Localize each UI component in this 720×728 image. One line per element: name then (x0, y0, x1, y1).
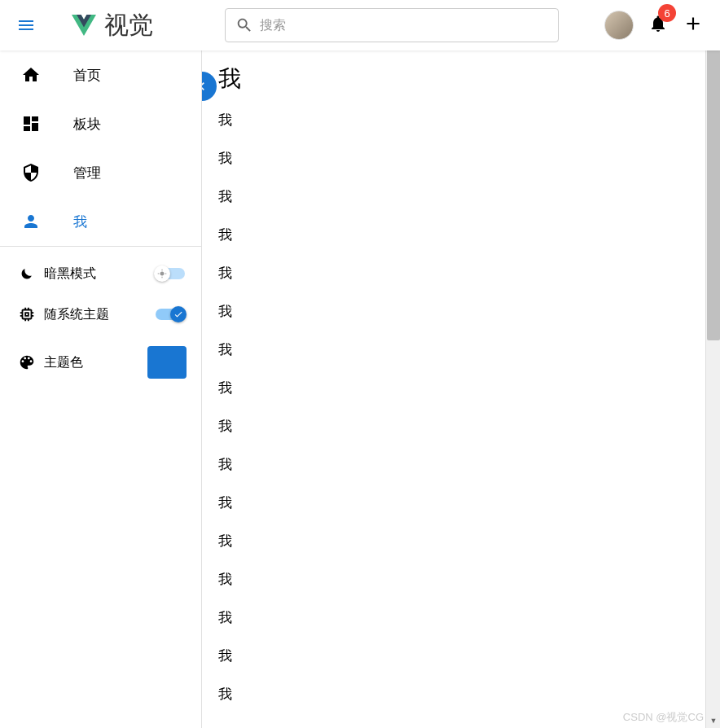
scrollbar-thumb[interactable] (707, 15, 720, 340)
sidebar-item-label: 首页 (73, 66, 101, 85)
list-item: 我 (218, 637, 720, 675)
sidebar-item-label: 板块 (73, 115, 101, 134)
list-item: 我 (218, 369, 720, 407)
plus-icon (683, 13, 704, 34)
list-item: 我 (218, 331, 720, 369)
palette-icon (18, 353, 36, 371)
theme-color-picker[interactable] (147, 346, 187, 379)
home-icon (21, 65, 41, 85)
list-item: 我 (218, 560, 720, 599)
list-item: 我 (218, 101, 720, 139)
body: 首页 板块 管理 我 暗黑模式 (0, 50, 720, 728)
person-icon (21, 212, 41, 231)
sidebar-item-boards[interactable]: 板块 (0, 99, 201, 148)
app-title: 视觉 (104, 9, 153, 42)
shield-icon (21, 163, 41, 182)
chevron-left-icon (202, 78, 210, 94)
search-input[interactable] (260, 18, 548, 33)
list-item: 我 (218, 522, 720, 560)
menu-button[interactable] (10, 9, 42, 42)
list-item: 我 (218, 675, 720, 713)
header-actions: 6 (604, 11, 710, 40)
dashboard-icon (21, 114, 41, 134)
list-item: 我 (218, 216, 720, 254)
list-item: 我 (218, 445, 720, 484)
vue-logo-icon (72, 13, 96, 37)
sidebar-item-home[interactable]: 首页 (0, 50, 201, 99)
sidebar-item-label: 我 (73, 213, 87, 231)
follow-system-toggle[interactable] (154, 305, 187, 323)
watermark: CSDN @视觉CG (623, 710, 704, 725)
check-icon (173, 309, 183, 319)
search-icon (235, 16, 253, 34)
page-title: 我 (218, 64, 720, 94)
hamburger-icon (16, 15, 36, 35)
main-content: 我 我我我我我我我我我我我我我我我我 (202, 50, 720, 728)
list-item: 我 (218, 407, 720, 445)
setting-label: 主题色 (44, 354, 139, 371)
list-item: 我 (218, 178, 720, 216)
setting-dark-mode: 暗黑模式 (0, 253, 201, 294)
notifications-button[interactable]: 6 (648, 14, 668, 37)
list-item: 我 (218, 139, 720, 178)
sun-icon (157, 269, 167, 278)
sidebar-item-me[interactable]: 我 (0, 197, 201, 246)
moon-icon (18, 265, 36, 283)
app-logo: 视觉 (72, 9, 153, 42)
sidebar-settings: 暗黑模式 随系统主题 (0, 247, 201, 390)
setting-follow-system: 随系统主题 (0, 294, 201, 335)
dark-mode-toggle[interactable] (154, 265, 187, 283)
collapse-sidebar-button[interactable] (202, 72, 217, 101)
list-item: 我 (218, 484, 720, 522)
setting-label: 暗黑模式 (44, 265, 146, 283)
sidebar-item-admin[interactable]: 管理 (0, 148, 201, 197)
list-item: 我 (218, 599, 720, 637)
search-box[interactable] (225, 8, 559, 42)
add-button[interactable] (683, 13, 704, 37)
chip-icon (18, 305, 36, 323)
notification-badge: 6 (658, 4, 676, 22)
content-list: 我我我我我我我我我我我我我我我我 (218, 101, 720, 713)
setting-theme-color: 主题色 (0, 335, 201, 390)
sidebar: 首页 板块 管理 我 暗黑模式 (0, 50, 202, 728)
list-item: 我 (218, 292, 720, 331)
user-avatar[interactable] (604, 11, 634, 40)
sidebar-item-label: 管理 (73, 164, 101, 182)
list-item: 我 (218, 254, 720, 292)
scroll-down-arrow[interactable]: ▼ (706, 713, 720, 728)
app-header: 视觉 6 (0, 0, 720, 50)
scrollbar[interactable]: ▲ ▼ (705, 0, 720, 728)
setting-label: 随系统主题 (44, 306, 146, 323)
